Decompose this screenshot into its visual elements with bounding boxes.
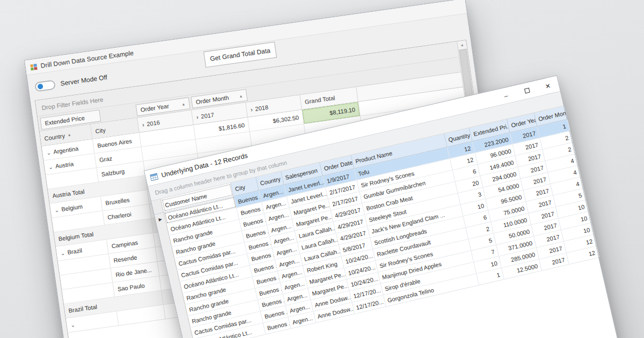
chevron-down-icon: ⌄ — [70, 321, 78, 328]
field-city-label: City — [95, 127, 106, 135]
maximize-icon — [524, 88, 530, 94]
field-order-year-label: Order Year — [140, 102, 169, 113]
minimize-icon: – — [503, 92, 509, 100]
grid-icon — [150, 172, 159, 181]
field-extended-price-label: Extended Price — [45, 114, 85, 126]
scroll-up-icon[interactable]: ▲ — [458, 42, 467, 47]
pivot-country-label: Argentina — [53, 145, 79, 155]
chevron-right-icon: › — [196, 113, 199, 120]
sort-asc-icon: ▲ — [181, 102, 186, 106]
field-order-month-label: Order Month — [195, 94, 229, 105]
app-icon — [30, 62, 38, 71]
sort-asc-icon: ▲ — [67, 133, 71, 137]
chevron-right-icon: › — [250, 106, 253, 112]
column-value-label: 2018 — [255, 104, 269, 112]
column-value-label: Grand Total — [304, 94, 335, 105]
sort-asc-icon: ▲ — [239, 94, 243, 98]
pivot-country-label: Brazil — [67, 247, 83, 255]
toggle-knob-icon — [38, 84, 43, 90]
pivot-country-label: Belgium — [61, 203, 83, 212]
column-value-label: 2016 — [147, 119, 160, 127]
server-mode-toggle[interactable] — [34, 79, 56, 92]
pivot-country-label: Austria — [55, 160, 74, 170]
field-country-label: Country — [44, 132, 65, 141]
chevron-right-icon: › — [142, 121, 144, 128]
column-value-label: 2017 — [201, 111, 215, 119]
close-icon: ✕ — [544, 82, 551, 90]
server-mode-label: Server Mode Off — [60, 74, 108, 87]
